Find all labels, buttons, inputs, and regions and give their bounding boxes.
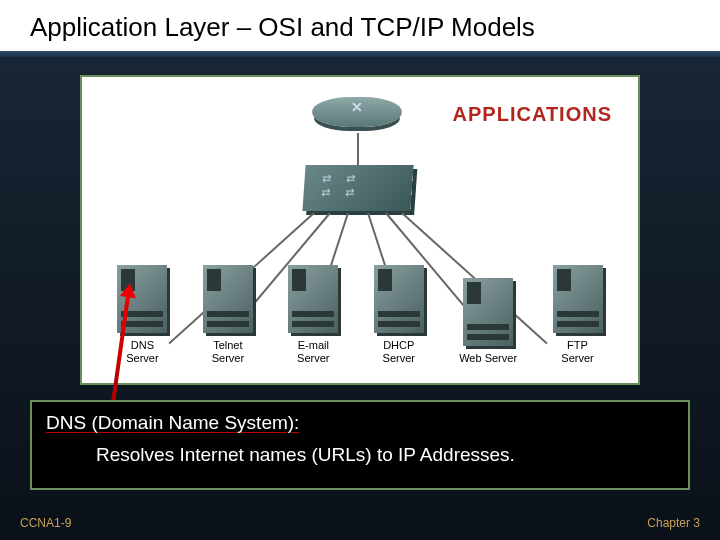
applications-label: APPLICATIONS [453, 103, 612, 126]
server-icon [374, 265, 424, 333]
server-label: Telnet Server [212, 339, 244, 365]
server-label: Web Server [459, 352, 517, 365]
server-5: FTP Server [553, 265, 603, 365]
title-text: Application Layer – OSI and TCP/IP Model… [30, 12, 535, 42]
server-label: FTP Server [561, 339, 593, 365]
footer-left: CCNA1-9 [20, 516, 71, 530]
server-1: Telnet Server [203, 265, 253, 365]
router-switch-link [357, 133, 359, 165]
caption-title-rest: (Domain Name System): [86, 412, 299, 433]
switch-icon [302, 165, 413, 211]
network-diagram: APPLICATIONS DNS ServerTelnet ServerE-ma… [80, 75, 640, 385]
server-label: DHCP Server [383, 339, 415, 365]
server-row: DNS ServerTelnet ServerE-mail ServerDHCP… [82, 265, 638, 365]
server-icon [553, 265, 603, 333]
server-label: E-mail Server [297, 339, 329, 365]
server-label: DNS Server [126, 339, 158, 365]
router-icon [312, 97, 402, 135]
footer-right: Chapter 3 [647, 516, 700, 530]
caption-title: DNS (Domain Name System): [46, 412, 674, 434]
server-2: E-mail Server [288, 265, 338, 365]
server-icon [203, 265, 253, 333]
server-icon [288, 265, 338, 333]
slide-title: Application Layer – OSI and TCP/IP Model… [0, 0, 720, 51]
caption-body: Resolves Internet names (URLs) to IP Add… [96, 444, 674, 466]
server-4: Web Server [459, 278, 517, 365]
caption-box: DNS (Domain Name System): Resolves Inter… [30, 400, 690, 490]
server-3: DHCP Server [374, 265, 424, 365]
caption-title-prefix: DNS [46, 412, 86, 433]
server-icon [463, 278, 513, 346]
